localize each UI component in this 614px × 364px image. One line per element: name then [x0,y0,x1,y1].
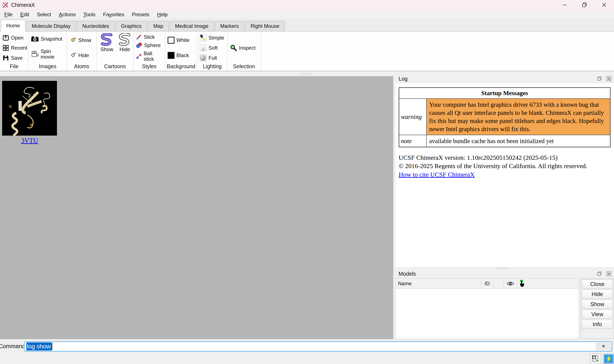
copyright-line: © 2016-2025 Regents of the University of… [399,162,611,170]
models-table-header: Name ID [396,279,579,288]
lighting-soft-button[interactable]: Soft [200,44,227,51]
models-hide-button[interactable]: Hide [582,290,613,299]
rect-select-icon [591,355,600,363]
home-ribbon: Open Recent [0,31,614,71]
black-swatch-icon [168,52,175,59]
chimerax-window: ChimeraX File Edit Select Actions Tools [0,0,614,364]
menubar: File Edit Select Actions Tools Favorites… [0,10,614,19]
app-logo-icon [2,1,9,9]
log-panel-header: Log [396,74,614,83]
flashlight-icon [200,34,207,41]
warning-message: Your computer has Intel graphics driver … [426,99,610,135]
cartoons-hide-button[interactable]: Hide [118,33,132,52]
models-panel-buttons [596,271,612,277]
inspect-magnifier-icon [230,44,237,51]
cite-link[interactable]: How to cite UCSF ChimeraX [399,170,475,179]
tab-medical-image[interactable]: Medical Image [170,21,214,31]
stick-style-button[interactable]: Stick [136,34,164,40]
white-swatch-icon [168,37,175,44]
ribbon-group-selection: Inspect Selection [228,31,261,71]
close-icon [601,2,607,8]
tab-markers[interactable]: Markers [215,21,244,31]
startup-messages-table: Startup Messages warning Your computer h… [399,87,611,147]
cartoons-show-button[interactable]: Show [100,33,114,52]
tab-nucleotides[interactable]: Nucleotides [77,21,114,31]
models-panel-content: Name ID Close [396,278,614,339]
window-controls [555,0,614,10]
ribbon-group-cartoons: Show Hide Cartoons [96,31,134,71]
command-history-dropdown[interactable]: ▼ [596,342,611,351]
model-link[interactable]: 3VTU [2,137,57,144]
ribbon-group-images: Snapshot Spin movie Images [28,31,67,71]
spin-movie-button[interactable]: Spin movie [31,49,66,60]
column-shown [504,279,517,288]
close-button[interactable] [594,0,614,10]
cartoon-hide-icon [118,33,132,46]
minimize-button[interactable] [555,0,575,10]
table-row: warning Your computer has Intel graphics… [399,99,610,135]
lighting-full-button[interactable]: Full [200,54,227,61]
log-panel-buttons [596,76,612,82]
lighting-simple-button[interactable]: Simple [200,34,227,41]
models-float-button[interactable] [596,271,602,277]
ball-stick-style-button[interactable]: Ball stick [136,51,164,62]
inspect-button[interactable]: Inspect [230,44,260,51]
tab-graphics[interactable]: Graphics [116,21,147,31]
log-close-button[interactable] [606,76,612,82]
soft-cube-icon [200,44,207,51]
models-show-button[interactable]: Show [582,300,613,309]
camera-icon [31,36,39,42]
models-view-button[interactable]: View [582,310,613,319]
tab-map[interactable]: Map [148,21,169,31]
column-id: ID [481,279,493,288]
recent-button[interactable]: Recent [2,45,27,51]
text-caret [52,343,52,350]
background-black-button[interactable]: Black [168,52,196,59]
menu-help[interactable]: Help [153,10,172,19]
version-line: UCSF ChimeraX version: 1.10rc20250515024… [399,153,611,162]
save-button[interactable]: Save [2,55,27,61]
models-splitter-handle[interactable] [497,268,509,269]
tab-molecule-display[interactable]: Molecule Display [26,21,76,31]
menu-actions[interactable]: Actions [55,10,80,19]
log-float-button[interactable] [596,76,602,82]
note-message: available bundle cache has not been init… [426,135,610,147]
menu-select[interactable]: Select [33,10,55,19]
snapshot-button[interactable]: Snapshot [31,36,66,42]
top-splitter-handle[interactable] [300,74,312,74]
background-white-button[interactable]: White [168,37,196,44]
menu-file[interactable]: File [0,10,16,19]
command-input[interactable]: log show ▼ [24,341,612,351]
fast-mode-button[interactable] [603,354,614,364]
sphere-style-button[interactable]: Sphere [136,42,164,48]
model-thumbnail[interactable] [2,81,57,136]
window-title: ChimeraX [11,2,35,8]
ribbon-group-lighting: Simple Soft [197,31,228,71]
atoms-show-icon [69,37,76,43]
models-panel-header: Models [396,270,614,278]
graphics-viewport[interactable]: 3VTU [0,76,393,339]
menu-favorites[interactable]: Favorites [99,10,128,19]
ribbon-group-title: Styles [134,63,165,71]
models-close-button[interactable] [606,271,612,277]
ribbon-group-title: Lighting [197,63,227,71]
ribbon-group-styles: Stick Sphere [134,31,165,71]
models-info-button[interactable]: Info [582,320,613,329]
menu-tools[interactable]: Tools [80,10,99,19]
tab-right-mouse[interactable]: Right Mouse [245,21,285,31]
atoms-show-button[interactable]: Show [69,37,96,43]
open-button[interactable]: Open [2,35,27,41]
models-close-model-button[interactable]: Close [582,280,613,288]
selection-mode-button[interactable] [590,354,601,364]
log-panel-content: Startup Messages warning Your computer h… [396,83,614,267]
ribbon-group-file: Open Recent [0,31,28,71]
menu-edit[interactable]: Edit [16,10,33,19]
lightning-icon [605,355,612,363]
restore-button[interactable] [575,0,594,10]
note-label: note [399,135,426,147]
titlebar: ChimeraX [0,0,614,10]
atoms-hide-button[interactable]: Hide [69,52,96,59]
column-selected [517,279,579,288]
tab-home[interactable]: Home [1,20,25,32]
menu-presets[interactable]: Presets [128,10,153,19]
